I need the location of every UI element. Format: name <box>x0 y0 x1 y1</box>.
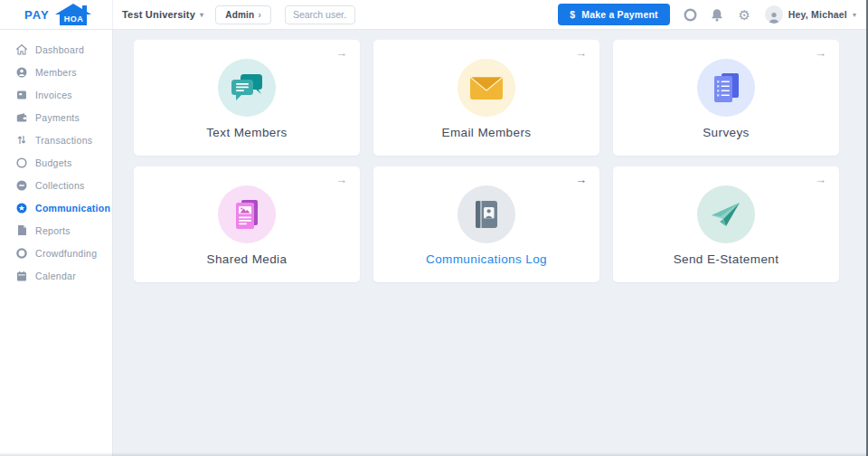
organization-dropdown[interactable]: Test University ▾ <box>122 9 203 20</box>
sidebar-item-budgets[interactable]: Budgets <box>0 151 112 174</box>
ring-icon <box>16 247 27 259</box>
user-greeting: Hey, Michael <box>788 9 847 20</box>
topbar-right: $ Make a Payment ⚙ Hey, Michael ▾ <box>558 4 868 25</box>
admin-label: Admin <box>225 10 254 20</box>
arrow-right-icon: → <box>575 173 587 186</box>
arrow-right-icon: → <box>575 46 587 60</box>
sidebar-item-reports[interactable]: Reports <box>0 219 112 242</box>
logo-pay-text: PAY <box>24 8 50 22</box>
chevron-down-icon: ▾ <box>200 11 203 19</box>
sidebar-item-collections[interactable]: Collections <box>0 174 112 196</box>
card-shared-media[interactable]: → Shared Media <box>134 166 360 282</box>
card-text-members[interactable]: → Text Members <box>134 40 360 156</box>
sidebar-item-calendar[interactable]: Calendar <box>0 264 112 287</box>
media-doc-icon <box>218 185 276 243</box>
card-label: Surveys <box>703 126 750 139</box>
sidebar-item-transactions[interactable]: Transactions <box>0 128 112 151</box>
communication-cards-grid: → Text Members <box>134 40 868 282</box>
card-label: Text Members <box>206 126 288 139</box>
make-payment-label: Make a Payment <box>581 9 658 20</box>
sidebar-item-invoices[interactable]: Invoices <box>0 83 112 106</box>
report-doc-icon <box>16 224 27 236</box>
notifications-bell-icon[interactable] <box>711 8 724 22</box>
topbar: PAY HOA Test University ▾ Admin › $ Make… <box>0 0 868 30</box>
sidebar-item-communication[interactable]: Communication <box>0 196 112 219</box>
card-send-e-statement[interactable]: → Send E-Statement <box>613 166 839 282</box>
sidebar: Dashboard Members Invoices Payments <box>0 30 113 456</box>
arrow-right-icon: → <box>815 173 826 186</box>
sidebar-item-crowdfunding[interactable]: Crowdfunding <box>0 242 112 264</box>
arrow-right-icon: → <box>815 46 826 60</box>
arrows-up-down-icon <box>16 134 27 146</box>
hoa-house-icon: HOA <box>52 3 95 26</box>
admin-button[interactable]: Admin › <box>215 5 271 24</box>
paper-plane-icon <box>697 185 755 243</box>
card-surveys[interactable]: → <box>613 40 839 156</box>
help-ring-icon[interactable] <box>684 8 697 22</box>
wallet-icon <box>16 111 27 123</box>
card-label: Send E-Statement <box>674 252 779 266</box>
arrow-right-icon: → <box>335 173 347 186</box>
make-payment-button[interactable]: $ Make a Payment <box>558 4 670 25</box>
card-label: Communications Log <box>426 252 547 266</box>
logo-hoa-text: HOA <box>63 14 83 24</box>
sidebar-item-dashboard[interactable]: Dashboard <box>0 38 112 61</box>
organization-name: Test University <box>122 9 195 20</box>
user-menu[interactable]: Hey, Michael ▾ <box>765 5 856 24</box>
card-label: Email Members <box>442 126 532 139</box>
main-content: → Text Members <box>113 30 868 456</box>
collections-icon <box>16 179 27 191</box>
avatar <box>765 5 783 24</box>
card-label: Shared Media <box>207 252 288 266</box>
search-user-input[interactable] <box>285 5 355 24</box>
chat-bubbles-icon <box>218 59 276 117</box>
payhoa-logo[interactable]: PAY HOA <box>0 0 113 29</box>
calendar-icon <box>16 270 27 281</box>
star-circle-icon <box>16 202 27 214</box>
member-circle-icon <box>16 66 27 78</box>
dollar-icon: $ <box>570 9 575 20</box>
home-icon <box>16 43 27 55</box>
envelope-icon <box>458 59 515 117</box>
app-window: PAY HOA Test University ▾ Admin › $ Make… <box>0 0 868 456</box>
chevron-right-icon: › <box>258 10 261 20</box>
chevron-down-icon: ▾ <box>853 11 856 19</box>
invoice-icon <box>16 89 27 100</box>
circle-outline-icon <box>16 157 27 168</box>
sidebar-item-members[interactable]: Members <box>0 61 112 83</box>
contact-book-icon <box>458 185 515 243</box>
settings-gear-icon[interactable]: ⚙ <box>738 8 751 22</box>
card-email-members[interactable]: → Email Members <box>373 40 599 156</box>
survey-doc-icon <box>697 59 755 117</box>
card-communications-log[interactable]: → Communications Log <box>373 166 599 282</box>
sidebar-item-payments[interactable]: Payments <box>0 106 112 128</box>
arrow-right-icon: → <box>335 46 347 60</box>
